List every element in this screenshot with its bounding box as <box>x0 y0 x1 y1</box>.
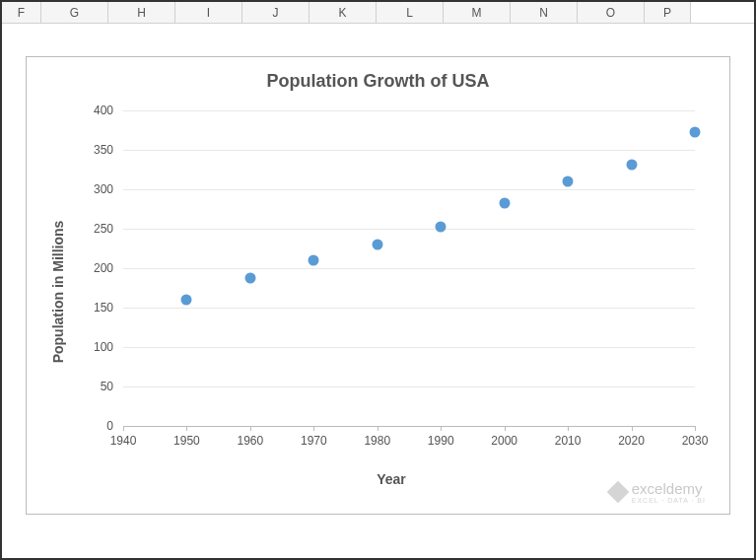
gridline <box>123 386 695 387</box>
gridline <box>123 308 695 309</box>
column-header-J[interactable]: J <box>242 2 309 23</box>
column-header-I[interactable]: I <box>175 2 242 23</box>
x-tick-label: 2020 <box>618 434 645 448</box>
column-header-N[interactable]: N <box>511 2 578 23</box>
gridline <box>123 229 695 230</box>
x-tick-mark <box>186 426 187 431</box>
x-tick-mark <box>378 426 378 431</box>
y-tick-label: 300 <box>94 182 113 196</box>
column-header-F[interactable]: F <box>2 2 41 23</box>
column-headers: FGHIJKLMNOP <box>2 2 754 24</box>
x-tick-mark <box>568 426 569 431</box>
watermark: exceldemy EXCEL · DATA · BI <box>610 480 706 504</box>
x-tick-mark <box>441 426 442 431</box>
watermark-tagline: EXCEL · DATA · BI <box>632 497 706 504</box>
column-header-M[interactable]: M <box>444 2 511 23</box>
y-tick-label: 0 <box>106 419 113 433</box>
plot-wrap: Population in Millions Year 050100150200… <box>76 105 707 479</box>
x-axis-label: Year <box>377 471 406 487</box>
data-point[interactable] <box>436 222 447 233</box>
x-tick-label: 2010 <box>555 434 582 448</box>
column-header-G[interactable]: G <box>41 2 108 23</box>
logo-icon <box>606 481 629 504</box>
x-tick-mark <box>123 426 124 431</box>
column-header-P[interactable]: P <box>645 2 691 23</box>
data-point[interactable] <box>626 160 637 171</box>
x-tick-label: 1970 <box>301 434 327 448</box>
watermark-brand: exceldemy <box>632 480 706 497</box>
x-tick-label: 1950 <box>173 434 200 448</box>
gridline <box>123 426 695 427</box>
y-tick-label: 200 <box>94 261 113 275</box>
x-tick-label: 1990 <box>428 434 454 448</box>
column-header-H[interactable]: H <box>108 2 175 23</box>
x-tick-mark <box>632 426 633 431</box>
x-tick-mark <box>313 426 314 431</box>
column-header-O[interactable]: O <box>578 2 645 23</box>
x-tick-label: 1940 <box>110 434 137 448</box>
chart-object[interactable]: Population Growth of USA Population in M… <box>26 56 730 515</box>
gridline <box>123 110 695 111</box>
y-tick-label: 50 <box>101 380 113 393</box>
gridline <box>123 189 695 190</box>
data-point[interactable] <box>563 176 574 187</box>
data-point[interactable] <box>309 255 319 266</box>
y-tick-label: 250 <box>94 222 113 236</box>
chart-title: Population Growth of USA <box>27 71 729 92</box>
data-point[interactable] <box>372 240 382 250</box>
x-tick-mark <box>695 426 696 431</box>
column-header-L[interactable]: L <box>377 2 444 23</box>
y-tick-label: 150 <box>94 301 113 315</box>
plot-area: 0501001502002503003504001940195019601970… <box>123 110 695 426</box>
y-axis-label: Population in Millions <box>50 221 66 364</box>
y-tick-label: 100 <box>94 340 113 354</box>
gridline <box>123 150 695 151</box>
data-point[interactable] <box>499 198 510 209</box>
data-point[interactable] <box>690 126 701 137</box>
gridline <box>123 268 695 269</box>
x-tick-mark <box>505 426 506 431</box>
data-point[interactable] <box>244 273 255 284</box>
x-tick-label: 1980 <box>364 434 390 448</box>
y-tick-label: 400 <box>94 104 113 117</box>
y-tick-label: 350 <box>94 143 113 157</box>
x-tick-label: 2030 <box>682 434 709 448</box>
gridline <box>123 347 695 348</box>
x-tick-label: 1960 <box>238 434 264 448</box>
column-header-K[interactable]: K <box>309 2 377 23</box>
x-tick-mark <box>250 426 251 431</box>
x-tick-label: 2000 <box>491 434 517 448</box>
data-point[interactable] <box>181 295 192 306</box>
